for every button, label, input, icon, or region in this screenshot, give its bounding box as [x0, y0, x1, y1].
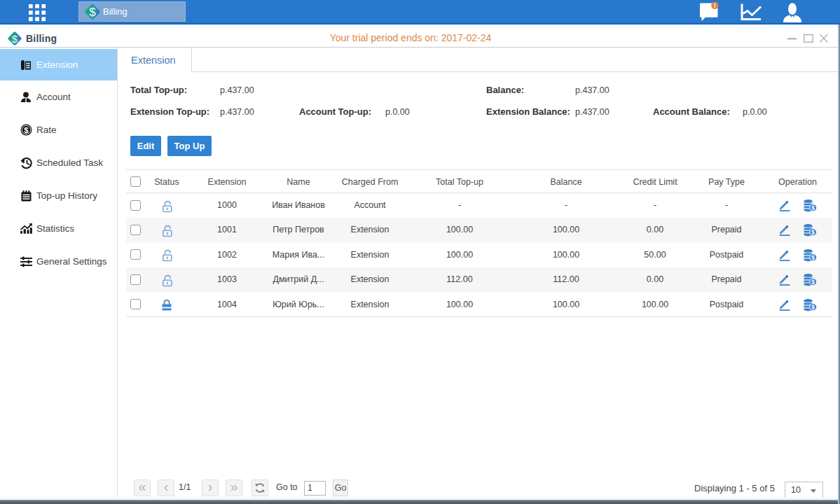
svg-text:!: !: [714, 2, 716, 9]
svg-text:$: $: [811, 204, 815, 211]
svg-text:$: $: [811, 304, 815, 311]
svg-text:$: $: [811, 254, 815, 261]
svg-text:$: $: [811, 279, 815, 286]
svg-text:$: $: [811, 229, 815, 236]
svg-text:$: $: [24, 126, 29, 134]
svg-text:$: $: [89, 6, 96, 19]
